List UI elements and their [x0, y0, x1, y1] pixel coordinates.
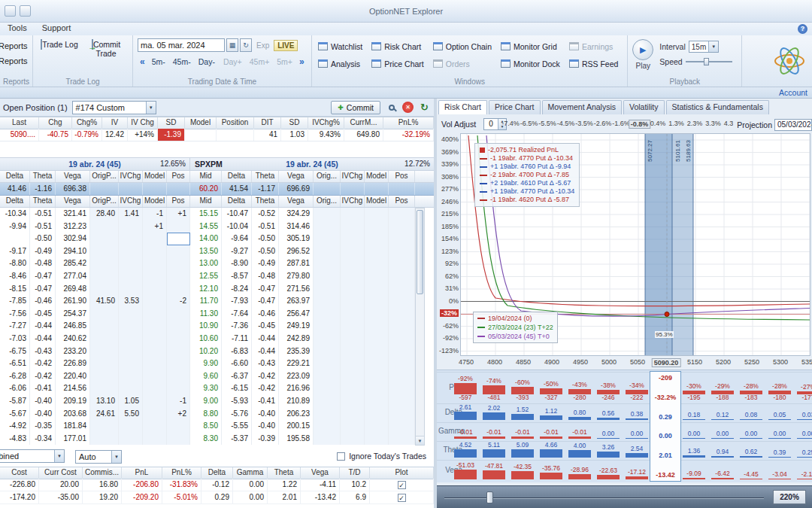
chain-col-mid[interactable]: Mid	[190, 171, 222, 182]
chain-cell-pos[interactable]	[389, 221, 415, 233]
nav-5m[interactable]: 5m+	[273, 56, 296, 67]
menu-item-tools[interactable]: Tools	[0, 23, 35, 33]
chain-cell-model[interactable]	[143, 433, 167, 446]
chain-col-vega[interactable]: Vega	[279, 171, 314, 182]
tab-movement-analysis[interactable]: Movement Analysis	[542, 100, 622, 114]
chain-col-delta[interactable]: Delta	[222, 196, 252, 207]
chain-col-pos[interactable]: Pos	[167, 196, 190, 207]
col-cost[interactable]: Cost	[0, 467, 39, 479]
ignore-checkbox[interactable]	[337, 452, 345, 461]
chain-cell-model[interactable]	[143, 283, 167, 296]
chain-cell-pos[interactable]	[389, 320, 415, 333]
chain-cell-pos[interactable]	[389, 395, 415, 408]
chain-cell-pos[interactable]	[389, 357, 415, 370]
chain-col-origp[interactable]: OrigP...	[90, 196, 119, 207]
interval-select[interactable]: 15m ▼	[689, 41, 719, 53]
col-vega[interactable]: Vega	[301, 467, 340, 479]
chain-col-ivchg[interactable]: IVChg	[341, 171, 365, 182]
window-toggle-monitor-dock[interactable]: Monitor Dock	[499, 56, 565, 71]
chain-cell-model[interactable]	[143, 345, 167, 358]
chain-cell-pos[interactable]	[167, 257, 190, 270]
chain-col-delta[interactable]: Delta	[222, 171, 252, 182]
chain-cell-model[interactable]	[365, 221, 389, 233]
reports-button[interactable]: Reports	[0, 38, 33, 53]
chain-col-ivchg[interactable]: IVChg	[119, 171, 143, 182]
chain-cell-model[interactable]	[143, 357, 167, 370]
zoom-icon[interactable]	[385, 101, 398, 114]
col-pnl[interactable]: PnL	[122, 467, 162, 479]
nav-day[interactable]: Day+	[220, 56, 246, 67]
chain-cell-pos[interactable]	[389, 333, 415, 345]
nav-day[interactable]: Day-	[195, 56, 219, 67]
col-chg[interactable]: Chg%	[72, 117, 102, 129]
chain-cell-model[interactable]	[143, 308, 167, 321]
chain-cell-model[interactable]	[143, 295, 167, 308]
chain-cell-pos[interactable]	[167, 320, 190, 333]
chain-cell-model[interactable]	[365, 420, 389, 433]
trade-log-button[interactable]: Trade Log	[38, 38, 81, 76]
chain-cell-model[interactable]: -1	[143, 208, 167, 221]
chain-col-theta[interactable]: Theta	[30, 171, 56, 182]
close-position-icon[interactable]: ✕	[402, 102, 414, 113]
right-expiry-cell[interactable]: SPXPM 19 abr. 24 (45) 12.72%	[190, 158, 434, 170]
chain-cell-model[interactable]	[365, 308, 389, 321]
risk-graph-plot[interactable]: 5072.275101.615189.6395.3%-2,075.71 Real…	[460, 133, 810, 356]
col-dit[interactable]: DIT	[254, 117, 281, 129]
chain-cell-model[interactable]	[143, 333, 167, 345]
chain-col-origp[interactable]: OrigP...	[90, 171, 119, 182]
plot-checkbox[interactable]: ✓	[398, 494, 406, 502]
nav-45m[interactable]: 45m-	[169, 56, 195, 67]
speed-slider[interactable]	[686, 57, 732, 66]
position-selector[interactable]: #174 Custom ▼	[72, 101, 156, 114]
col-sd[interactable]: SD	[158, 117, 185, 129]
col-delta[interactable]: Delta	[201, 467, 233, 479]
chain-cell-pos[interactable]	[389, 420, 415, 433]
tab-price-chart[interactable]: Price Chart	[489, 100, 541, 114]
col-t-d[interactable]: T/D	[340, 467, 370, 479]
rewind-icon[interactable]: «	[138, 56, 147, 67]
chain-col-model[interactable]: Model	[143, 171, 167, 182]
chain-col-theta[interactable]: Theta	[252, 196, 279, 207]
plot-checkbox[interactable]: ✓	[398, 481, 406, 489]
chain-cell-pos[interactable]	[167, 433, 190, 446]
col-plot[interactable]: Plot	[370, 467, 434, 479]
chain-cell-pos[interactable]	[167, 357, 190, 370]
chain-cell-pos[interactable]	[167, 233, 190, 245]
window-toggle-rss-feed[interactable]: RSS Feed	[568, 56, 623, 71]
chain-cell-pos[interactable]	[389, 433, 415, 446]
chain-col-pos[interactable]: Pos	[389, 171, 415, 182]
exp-button[interactable]: Exp	[253, 40, 272, 51]
chain-cell-model[interactable]	[365, 295, 389, 308]
col-commis[interactable]: Commis...	[83, 467, 122, 479]
chain-cell-pos[interactable]	[167, 370, 190, 383]
chain-col-model[interactable]: Model	[143, 196, 167, 207]
chain-col-ivchg[interactable]: IVChg	[341, 196, 365, 207]
chain-col-theta[interactable]: Theta	[252, 171, 279, 182]
col-position[interactable]: Position	[217, 117, 254, 129]
chain-cell-model[interactable]	[365, 245, 389, 258]
chain-cell-pos[interactable]	[167, 308, 190, 321]
trading-date-input[interactable]: ma. 05 mar. 2024	[138, 38, 225, 52]
chain-col-delta[interactable]: Delta	[0, 196, 30, 207]
refresh-icon[interactable]: ↻	[418, 101, 431, 114]
chain-cell-pos[interactable]	[167, 345, 190, 358]
display-mode-combo[interactable]: Combined ▼	[0, 449, 65, 464]
chain-cell-model[interactable]	[365, 283, 389, 296]
chain-col-model[interactable]: Model	[365, 196, 389, 207]
chain-col-pos[interactable]: Pos	[389, 196, 415, 207]
chain-cell-pos[interactable]	[389, 233, 415, 245]
live-button[interactable]: LIVE	[274, 40, 298, 51]
commit-trade-button[interactable]: Commit Trade	[84, 38, 128, 76]
commit-button[interactable]: ✚ Commit	[331, 101, 380, 114]
tab-risk-chart[interactable]: Risk Chart	[438, 100, 487, 114]
col-iv[interactable]: IV	[102, 117, 128, 129]
chain-cell-model[interactable]	[365, 208, 389, 221]
window-toggle-monitor-grid[interactable]: Monitor Grid	[499, 38, 565, 54]
col-last[interactable]: Last	[0, 117, 39, 129]
chain-cell-model[interactable]	[143, 420, 167, 433]
tab-volatility[interactable]: Volatility	[623, 100, 665, 114]
chain-cell-pos[interactable]	[389, 257, 415, 270]
chain-cell-pos[interactable]	[167, 420, 190, 433]
col-theta[interactable]: Theta	[268, 467, 301, 479]
chain-cell-pos[interactable]	[167, 221, 190, 233]
